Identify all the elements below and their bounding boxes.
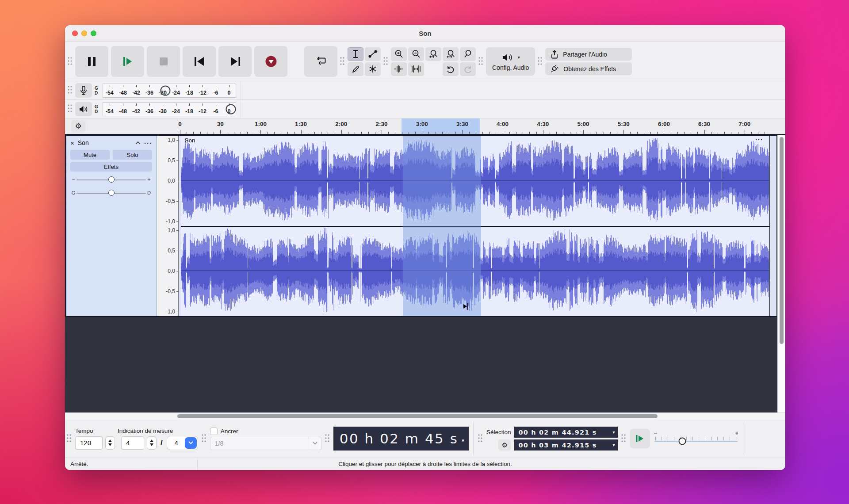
timeline-options-area: ⚙ (65, 118, 177, 134)
playback-meter-button[interactable] (75, 102, 92, 116)
selection-start-field[interactable]: 00 h 02 m 44.921 s ▾ (514, 427, 618, 438)
recording-meter-grabber[interactable] (68, 86, 73, 95)
redo-button[interactable] (460, 62, 476, 76)
snap-interval-combo[interactable]: 1/8 (210, 437, 321, 450)
skip-to-start-button[interactable] (183, 46, 216, 77)
tempo-input[interactable]: 120 (75, 436, 103, 450)
meter-scale-cell: -6 (209, 103, 222, 116)
meter-scale-cell: -24 (169, 103, 183, 116)
edit-toolbar-grabber[interactable] (383, 57, 388, 66)
time-signature-stepper[interactable] (147, 436, 157, 450)
skip-end-icon (229, 56, 241, 67)
get-effects-button[interactable]: Obtenez des Effets (545, 62, 632, 75)
amplitude-label: 0,0 (168, 178, 175, 184)
collapse-track-icon[interactable] (135, 141, 141, 145)
track-menu-button[interactable]: ··· (144, 139, 152, 147)
vertical-scrollbar[interactable] (777, 135, 785, 412)
fit-project-button[interactable] (443, 47, 459, 61)
audio-setup-button[interactable]: ▾ Config. Audio (486, 47, 535, 76)
speed-slider-thumb[interactable] (679, 438, 686, 445)
zoom-out-button[interactable] (408, 47, 424, 61)
share-grabber[interactable] (538, 57, 543, 66)
playback-meter-grabber[interactable] (68, 104, 73, 114)
track-close-button[interactable]: × (70, 140, 74, 146)
selection-region[interactable] (403, 136, 481, 316)
zoom-selection-button[interactable] (425, 47, 441, 61)
share-audio-button[interactable]: Partager l’Audio (545, 48, 632, 61)
selection-tool-button[interactable] (348, 47, 363, 61)
selection-end-field[interactable]: 00 h 03 m 42.915 s ▾ (514, 439, 618, 451)
clip-name[interactable]: Son (185, 137, 195, 144)
play-icon (122, 56, 134, 67)
track-name[interactable]: Son (78, 139, 89, 146)
tools-toolbar-grabber[interactable] (340, 57, 345, 66)
plug-icon (551, 65, 559, 73)
record-meter-button[interactable] (75, 83, 92, 98)
stop-button[interactable] (147, 46, 180, 77)
toolbar-grabber[interactable] (68, 57, 73, 66)
transport-toolbar: ▾ Config. Audio Partager l’Audio Obtenez… (65, 42, 785, 81)
time-format-caret[interactable]: ▾ (462, 438, 464, 443)
recording-meter[interactable]: -54-48-42-36-30-24-18-12-60 (103, 84, 236, 98)
envelope-tool-button[interactable] (365, 47, 381, 61)
solo-button[interactable]: Solo (113, 150, 152, 160)
playback-meter[interactable]: -54-48-42-36-30-24-18-12-60 (103, 102, 236, 116)
pause-button[interactable] (75, 46, 108, 77)
silence-audio-button[interactable] (408, 62, 424, 76)
timeline-label: 3:30 (456, 121, 468, 127)
pause-icon (87, 56, 97, 67)
selection-options-button[interactable]: ⚙ (498, 439, 511, 451)
audio-setup-grabber[interactable] (478, 57, 483, 66)
timeline-options-button[interactable]: ⚙ (71, 120, 85, 133)
playback-speed-slider[interactable]: − + (654, 430, 738, 447)
record-button[interactable] (254, 46, 287, 77)
timeline-label: 4:00 (497, 121, 509, 127)
recording-volume-thumb[interactable] (161, 85, 171, 95)
trim-audio-button[interactable] (391, 62, 407, 76)
tempo-stepper[interactable] (105, 436, 115, 450)
play-button[interactable] (111, 46, 144, 77)
speed-grabber[interactable] (621, 434, 626, 443)
vertical-scrollbar-thumb[interactable] (780, 137, 784, 344)
multi-tool-button[interactable] (365, 62, 381, 76)
snapping-toolbar: Ancrer 1/8 (210, 428, 321, 450)
zoom-in-button[interactable] (391, 47, 407, 61)
pan-slider[interactable]: G D (70, 187, 152, 198)
lower-select-chevron[interactable] (185, 437, 197, 449)
pan-slider-thumb[interactable] (108, 190, 115, 196)
timesig-grabber[interactable] (67, 434, 72, 443)
snap-combo-chevron[interactable] (309, 437, 321, 450)
snap-grabber[interactable] (202, 434, 207, 443)
amplitude-ruler[interactable]: 1,00,50,0-0,5-1,01,00,50,0-0,5-1,0 (157, 136, 179, 316)
mute-button[interactable]: Mute (70, 150, 110, 160)
loop-button[interactable] (304, 46, 337, 77)
minimize-window-button[interactable] (81, 31, 87, 36)
record-channel-labels: G D (95, 86, 100, 95)
time-grabber[interactable] (325, 434, 330, 443)
selection-grabber[interactable] (478, 434, 483, 443)
clip-menu-button[interactable]: ··· (755, 136, 763, 143)
timeline-ruler[interactable]: 0301:001:302:002:303:003:304:004:305:005… (177, 118, 785, 134)
gain-slider-thumb[interactable] (108, 176, 115, 183)
zoom-toggle-button[interactable] (460, 47, 476, 61)
meter-scale-cell: -42 (130, 84, 143, 97)
skip-to-end-button[interactable] (218, 46, 252, 77)
draw-tool-button[interactable] (348, 62, 363, 76)
redo-icon (463, 65, 472, 73)
undo-button[interactable] (443, 62, 459, 76)
playback-volume-thumb[interactable] (226, 104, 236, 114)
waveform-area[interactable]: Son ··· (179, 136, 776, 316)
horizontal-scrollbar[interactable] (65, 412, 785, 420)
play-at-speed-button[interactable] (630, 429, 650, 448)
gain-slider[interactable]: − + (70, 174, 152, 185)
time-signature-upper-input[interactable]: 4 (121, 436, 144, 450)
meter-scale-cell: -6 (209, 84, 222, 97)
timeline-label: 6:30 (698, 121, 710, 127)
horizontal-scrollbar-thumb[interactable] (177, 414, 658, 418)
audio-position-display[interactable]: 00 h 02 m 45 s ▾ (333, 427, 469, 451)
time-signature-lower-select[interactable]: 4 (167, 436, 198, 450)
close-window-button[interactable] (72, 31, 78, 36)
snap-checkbox[interactable] (210, 428, 218, 435)
zoom-window-button[interactable] (91, 31, 96, 36)
effects-button[interactable]: Effets (70, 162, 152, 172)
